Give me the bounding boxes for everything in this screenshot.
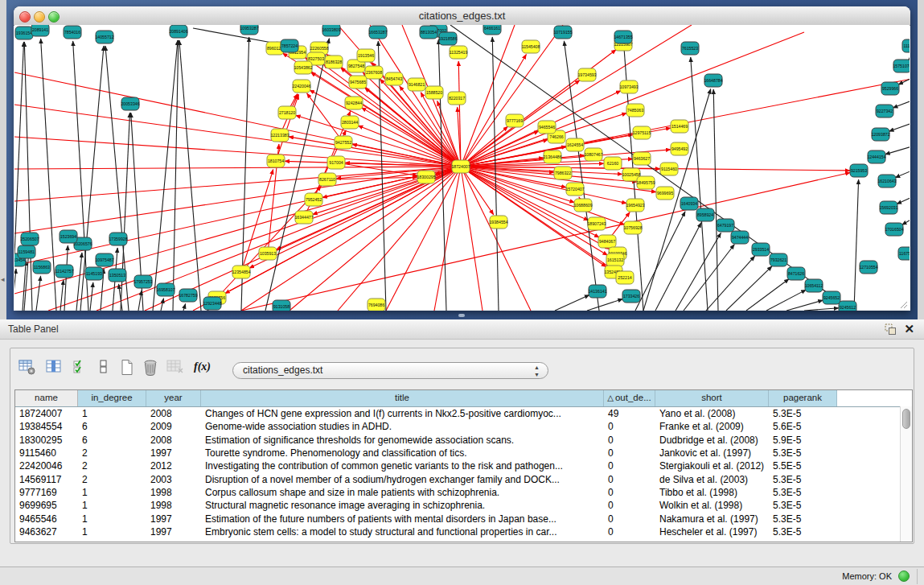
graph-node[interactable]: 20891406	[169, 25, 187, 38]
graph-node[interactable]: 1111731	[902, 39, 910, 52]
citation-edge-black[interactable]	[676, 233, 721, 311]
row-select-checklist-icon[interactable]	[73, 359, 88, 378]
graph-node[interactable]: 12354854	[232, 266, 250, 278]
citation-edge-red[interactable]	[461, 25, 563, 167]
citation-edge-black[interactable]	[706, 256, 755, 311]
citation-edge-black[interactable]	[854, 179, 859, 311]
graph-node[interactable]: 9777169	[506, 114, 524, 127]
graph-node[interactable]: 14055712	[95, 31, 113, 43]
graph-node[interactable]: 19218586	[438, 32, 457, 45]
citation-edge-black[interactable]	[23, 261, 26, 311]
column-header-name[interactable]: name	[15, 390, 78, 406]
graph-node[interactable]: 10973493	[619, 80, 638, 93]
graph-node[interactable]: 8267110	[318, 173, 336, 186]
graph-node[interactable]: 7952452	[305, 193, 322, 206]
citation-edge-black[interactable]	[587, 299, 623, 311]
table-row[interactable]: 1456911722003Disruption of a novel membe…	[15, 473, 912, 486]
graph-node[interactable]: 17016504	[885, 223, 903, 236]
table-row[interactable]: 911546021997Tourette syndrome. Phenomeno…	[15, 447, 912, 459]
citation-edge-red[interactable]	[386, 167, 461, 311]
citation-edge-black[interactable]	[909, 56, 910, 60]
graph-node[interactable]: 1035913	[259, 247, 277, 260]
graph-node[interactable]: 18495759	[636, 176, 655, 189]
graph-node[interactable]: 1145193	[85, 267, 103, 280]
graph-node[interactable]: 7857224	[281, 39, 298, 52]
scrollbar-thumb[interactable]	[902, 409, 910, 429]
graph-node[interactable]: 10543862	[294, 61, 312, 74]
citation-edge-black[interactable]	[786, 300, 823, 311]
graph-node[interactable]: 10719155	[553, 26, 572, 39]
network-canvas[interactable]: 1872400789601238912954222605588327503818…	[14, 25, 910, 311]
graph-node[interactable]: 12444154	[867, 150, 885, 163]
graph-node[interactable]: 1936154	[15, 27, 33, 39]
column-header-pagerank[interactable]: pagerank	[769, 390, 837, 406]
graph-node[interactable]: 7986322	[554, 167, 572, 179]
graph-node[interactable]: 10953287	[240, 25, 258, 35]
sidebar-collapse-arrow-icon[interactable]: ◂	[1, 276, 5, 283]
citation-edge-black[interactable]	[161, 299, 164, 311]
graph-node[interactable]: 16648784	[704, 74, 722, 87]
close-window-button[interactable]	[19, 11, 31, 23]
graph-node[interactable]: 9215953	[850, 164, 868, 177]
graph-node[interactable]: 17359928	[109, 233, 127, 245]
table-row[interactable]: 1872400712008Changes of HCN gene express…	[15, 407, 912, 420]
graph-node[interactable]: 9484067	[598, 235, 616, 248]
graph-node[interactable]: 917004	[327, 156, 345, 169]
citation-edge-black[interactable]	[90, 282, 93, 311]
graph-node[interactable]: 16653287	[368, 26, 387, 39]
graph-node[interactable]: 9529966	[881, 82, 899, 95]
graph-node[interactable]: 9131058	[273, 300, 290, 311]
graph-node[interactable]: 1810754	[267, 154, 285, 167]
column-header-in-degree[interactable]: in_degree	[78, 390, 146, 406]
graph-node[interactable]: 16782759	[179, 289, 197, 302]
graph-node[interactable]: 6479197	[717, 219, 734, 232]
graph-node[interactable]: 9699695	[656, 187, 674, 200]
graph-node[interactable]: 8813054	[420, 26, 437, 39]
citation-edge-red[interactable]	[14, 167, 461, 169]
citation-edge-black[interactable]	[893, 101, 910, 108]
table-row[interactable]: 1938455462009Genome-wide association stu…	[15, 420, 912, 433]
graph-node[interactable]: 18724007	[451, 160, 470, 173]
graph-node[interactable]: 12093872	[871, 128, 889, 141]
graph-node[interactable]: 12975115	[633, 126, 651, 139]
graph-node[interactable]: 1523694	[60, 230, 77, 243]
citation-edge-black[interactable]	[726, 266, 772, 311]
graph-node[interactable]: 18300295	[417, 171, 435, 183]
graph-node[interactable]: 8958924	[696, 208, 714, 221]
citation-edge-black[interactable]	[635, 212, 685, 311]
citation-edge-black[interactable]	[713, 89, 718, 311]
citation-edge-black[interactable]	[14, 269, 16, 311]
pane-splitter-handle[interactable]	[458, 314, 465, 317]
graph-node[interactable]: 1640934	[680, 197, 698, 210]
graph-node[interactable]: 2933514	[752, 243, 770, 256]
citation-edge-black[interactable]	[36, 276, 41, 311]
graph-node[interactable]: 19654923	[626, 199, 644, 212]
graph-node[interactable]: 7694086	[368, 299, 385, 311]
citation-edge-black[interactable]	[684, 245, 734, 311]
citation-edge-black[interactable]	[901, 219, 910, 225]
citation-edge-black[interactable]	[555, 295, 589, 311]
table-settings-icon[interactable]	[18, 359, 36, 378]
graph-node[interactable]: 17957253	[133, 275, 152, 288]
graph-node[interactable]: 7932621	[770, 253, 787, 266]
graph-node[interactable]: 2803144	[341, 116, 359, 129]
function-builder-icon[interactable]: f(x)	[194, 360, 211, 373]
graph-node[interactable]: 10654112	[805, 279, 823, 292]
citation-edge-red[interactable]	[434, 167, 461, 311]
graph-node[interactable]: 9495492	[671, 142, 688, 155]
graph-node[interactable]: 252214	[616, 271, 634, 284]
graph-node[interactable]: 1350513	[109, 269, 126, 282]
graph-node[interactable]: 15751074	[893, 60, 910, 72]
float-panel-icon[interactable]	[884, 323, 897, 336]
graph-node[interactable]: 10688609	[573, 199, 592, 212]
graph-node[interactable]: 1159481	[18, 245, 35, 258]
citation-edge-red[interactable]	[14, 105, 461, 167]
graph-node[interactable]: 8454743	[385, 72, 403, 85]
graph-node[interactable]: 9115460	[660, 163, 678, 175]
zoom-window-button[interactable]	[48, 11, 60, 23]
column-header-title[interactable]: title	[201, 390, 604, 406]
graph-node[interactable]: 11545408	[522, 40, 540, 53]
graph-node[interactable]: 12710554	[859, 261, 877, 274]
graph-node[interactable]: 8471626	[787, 267, 805, 280]
citation-edge-red[interactable]	[276, 94, 298, 161]
